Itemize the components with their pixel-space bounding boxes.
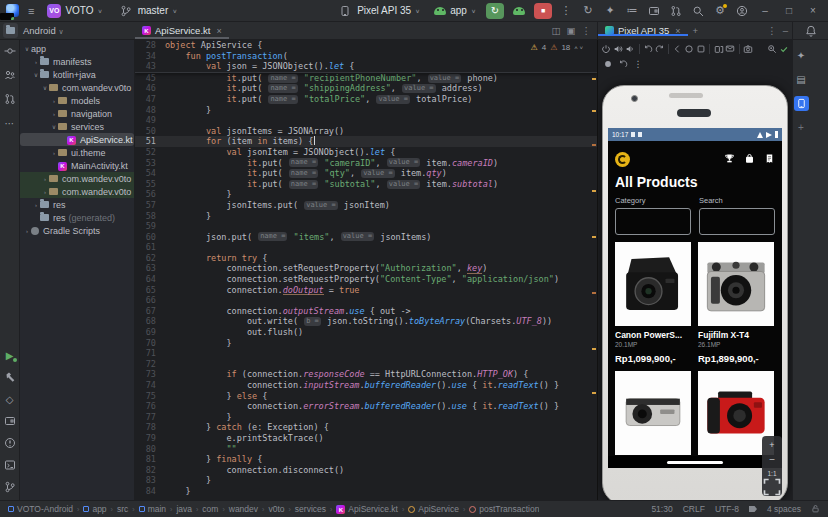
commit-icon[interactable] (3, 44, 17, 58)
caret-position[interactable]: 51:30 (651, 504, 672, 514)
search-input[interactable] (699, 208, 775, 235)
breadcrumb-item-services[interactable]: services (295, 504, 326, 514)
cart-bag-icon[interactable] (744, 150, 755, 168)
code-line[interactable]: 82 connection.disconnect() (135, 465, 597, 476)
code-line[interactable]: 69 out.flush() (135, 327, 597, 338)
tree-chevron-icon[interactable]: › (41, 189, 49, 195)
rerun-app-button[interactable]: ↻ (486, 3, 504, 19)
tree-item-gradle-scripts[interactable]: ›Gradle Scripts (20, 224, 134, 237)
zoom-in-button[interactable]: + (762, 438, 782, 452)
line-number[interactable]: 65 (135, 285, 165, 296)
check-icon[interactable] (778, 42, 789, 55)
line-number[interactable]: 60 (135, 232, 165, 243)
tree-item-services[interactable]: ∨services (20, 120, 134, 133)
code-line[interactable]: 67 connection.outputStream.use { out -> (135, 306, 597, 317)
tree-item-com-wandev-v0to[interactable]: ∨com.wandev.v0to (20, 81, 134, 94)
code-line[interactable]: 58 } (135, 211, 597, 222)
line-number[interactable]: 76 (135, 401, 165, 412)
tree-item-app[interactable]: ∨app (20, 42, 134, 55)
line-number[interactable]: 72 (135, 359, 165, 370)
code-line[interactable]: 66 (135, 295, 597, 306)
line-number[interactable]: 77 (135, 412, 165, 423)
vcs-branch-widget[interactable]: master ∨ (114, 1, 182, 21)
new-device-tab-icon[interactable]: + (688, 25, 704, 36)
phone-screen[interactable]: 10:17 (608, 128, 782, 468)
inspection-mark[interactable] (592, 392, 596, 394)
code-line[interactable]: 45 it.put( name = "recipientPhoneNumber"… (135, 73, 597, 84)
line-number[interactable]: 66 (135, 295, 165, 306)
product-card-canon-powers-[interactable]: Canon PowerS...20.1MPRp1,099,900,- (615, 242, 691, 364)
code-line[interactable]: 49 (135, 115, 597, 126)
editor-layout-icon[interactable]: ▣ (567, 25, 576, 36)
add-tool-window-icon[interactable]: + (794, 120, 809, 135)
device-manager-icon[interactable] (646, 3, 662, 19)
line-number[interactable]: 50 (135, 126, 165, 137)
product-card-fujifilm-x-t4[interactable]: Fujifilm X-T426.1MPRp1,899,900,- (698, 242, 774, 364)
error-stripe[interactable] (590, 40, 597, 500)
code-line[interactable]: 77 } (135, 412, 597, 423)
product-card[interactable] (615, 371, 691, 455)
code-line[interactable]: 62 return try { (135, 253, 597, 264)
line-number[interactable]: 73 (135, 369, 165, 380)
tree-item-res[interactable]: res(generated) (20, 211, 134, 224)
minimize-button[interactable]: – (756, 5, 774, 16)
line-number[interactable]: 82 (135, 465, 165, 476)
breadcrumb-item-apiservice[interactable]: ApiService (408, 504, 459, 514)
line-number[interactable]: 48 (135, 105, 165, 116)
line-number[interactable]: 81 (135, 454, 165, 465)
tree-item-navigation[interactable]: ›navigation (20, 107, 134, 120)
run-tool-window-icon[interactable]: ▶ (3, 348, 17, 362)
volume-up-icon[interactable] (613, 42, 624, 55)
tree-chevron-icon[interactable]: ∨ (50, 123, 58, 130)
line-number[interactable]: 84 (135, 486, 165, 497)
project-view-selector[interactable]: Android ∨ (23, 25, 64, 36)
split-editor-icon[interactable]: ◫ (552, 25, 561, 36)
line-number[interactable]: 28 (135, 40, 165, 51)
inspection-mark[interactable] (592, 144, 596, 146)
line-number[interactable]: 74 (135, 380, 165, 391)
code-line[interactable]: 63 connection.setRequestProperty("Author… (135, 263, 597, 274)
record-icon[interactable] (601, 57, 615, 70)
tree-item-apiservice-kt[interactable]: KApiService.kt (20, 133, 134, 146)
code-line[interactable]: 52 val jsonItem = JSONObject().let { (135, 147, 597, 158)
tree-item-models[interactable]: ›models (20, 94, 134, 107)
build-tool-window-icon[interactable] (3, 370, 17, 384)
line-number[interactable]: 79 (135, 433, 165, 444)
code-line[interactable]: 84 } (135, 486, 597, 497)
line-number[interactable]: 80 (135, 444, 165, 455)
running-devices-tool-icon[interactable] (794, 96, 809, 111)
code-line[interactable]: 28object ApiService { (135, 40, 597, 51)
reset-icon[interactable] (616, 57, 630, 70)
code-line[interactable]: 53 it.put( name = "cameraID", value = it… (135, 158, 597, 169)
code-line[interactable]: 76 connection.errorStream.bufferedReader… (135, 401, 597, 412)
device-panel-more-icon[interactable]: ⋮ (767, 25, 777, 36)
code-line[interactable]: 43 val json = JSONObject().let { (135, 61, 597, 72)
app-quality-insights-icon[interactable]: ▤ (794, 72, 809, 87)
line-number[interactable]: 70 (135, 338, 165, 349)
code-line[interactable]: 64 connection.setRequestProperty("Conten… (135, 274, 597, 285)
breadcrumb-item-java[interactable]: java (176, 504, 192, 514)
line-number[interactable]: 52 (135, 147, 165, 158)
more-v-icon[interactable]: ⋮ (631, 57, 645, 70)
line-number[interactable]: 53 (135, 158, 165, 169)
line-number[interactable]: 75 (135, 391, 165, 402)
inspection-mark[interactable] (592, 292, 596, 294)
code-line[interactable]: 65 connection.doOutput = true (135, 285, 597, 296)
close-tab-icon[interactable]: × (216, 26, 221, 36)
line-number[interactable]: 63 (135, 263, 165, 274)
tree-chevron-icon[interactable]: › (32, 59, 40, 65)
file-encoding[interactable]: UTF-8 (715, 504, 739, 514)
gradle-sync-icon[interactable]: ↻ (580, 3, 596, 19)
maximize-button[interactable]: □ (780, 5, 798, 16)
line-number[interactable]: 58 (135, 211, 165, 222)
code-line[interactable]: 81 } finally { (135, 454, 597, 465)
code-line[interactable]: 79 e.printStackTrace() (135, 433, 597, 444)
run-more-options-icon[interactable]: ⋮ (558, 3, 574, 19)
line-number[interactable]: 62 (135, 253, 165, 264)
line-number[interactable]: 71 (135, 348, 165, 359)
apply-changes-button[interactable] (510, 3, 528, 19)
rotate-right-icon[interactable] (654, 42, 665, 55)
breadcrumb-item-apiservice-kt[interactable]: KApiService.kt (336, 504, 398, 515)
indent-setting[interactable]: 4 spaces (767, 504, 801, 514)
tree-chevron-icon[interactable]: › (50, 98, 58, 104)
